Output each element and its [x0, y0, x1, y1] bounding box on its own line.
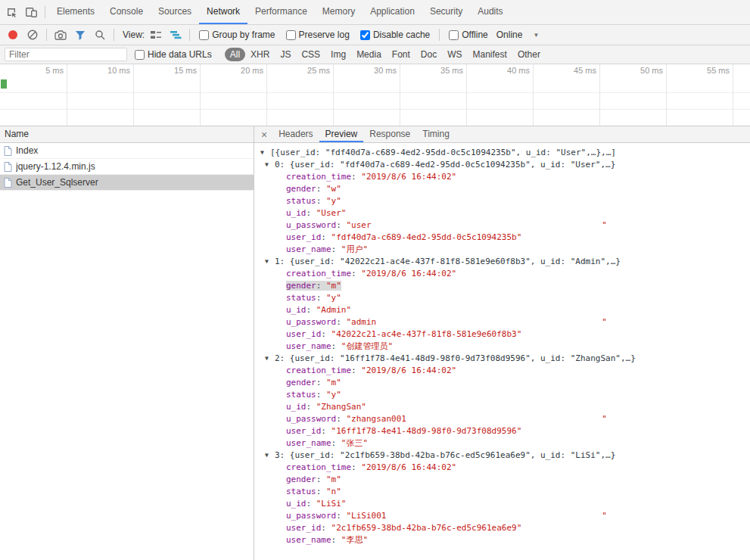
column-header-name[interactable]: Name — [0, 126, 254, 143]
clear-button[interactable] — [23, 26, 42, 44]
tree-property[interactable]: status: "y" — [254, 389, 750, 401]
tab-headers[interactable]: Headers — [272, 126, 319, 142]
filter-pill-ws[interactable]: WS — [442, 48, 467, 61]
filter-pill-img[interactable]: Img — [325, 48, 351, 61]
tree-property[interactable]: gender: "m" — [254, 280, 750, 292]
tree-property[interactable]: u_password: "LiSi001 " — [254, 510, 750, 522]
tab-timing[interactable]: Timing — [416, 126, 456, 142]
tree-item[interactable]: ▼2: {user_id: "16ff1f78-4e41-48d9-98f0-9… — [254, 353, 750, 365]
request-row[interactable]: jquery-1.12.4.min.js — [0, 159, 254, 175]
tab-response[interactable]: Response — [363, 126, 416, 142]
expand-triangle-icon[interactable]: ▼ — [260, 147, 270, 159]
show-overview-waterfall-icon[interactable] — [166, 26, 185, 44]
disable-cache-checkbox[interactable]: Disable cache — [360, 30, 430, 40]
screenshot-camera-icon[interactable] — [51, 26, 70, 44]
offline-input[interactable] — [449, 30, 459, 40]
timeline-gridline — [67, 64, 67, 126]
request-name: Index — [16, 145, 38, 156]
throttling-select[interactable]: Online ▼ — [496, 30, 540, 40]
tree-root[interactable]: ▼[{user_id: "fdf40d7a-c689-4ed2-95dd-0c5… — [254, 147, 750, 159]
expand-triangle-icon[interactable]: ▼ — [265, 159, 275, 171]
inspect-icon[interactable] — [2, 3, 21, 21]
filter-pill-xhr[interactable]: XHR — [245, 48, 275, 61]
property-separator: : — [336, 317, 346, 327]
tree-property[interactable]: status: "n" — [254, 486, 750, 498]
tree-property[interactable]: creation_time: "2019/8/6 16:44:02" — [254, 171, 750, 183]
filter-funnel-icon[interactable] — [70, 26, 90, 44]
tree-property[interactable]: user_name: "张三" — [254, 437, 750, 450]
expand-triangle-icon[interactable]: ▼ — [265, 450, 275, 462]
filter-pill-media[interactable]: Media — [351, 48, 387, 61]
tab-network[interactable]: Network — [199, 0, 247, 24]
tree-property[interactable]: user_id: "fdf40d7a-c689-4ed2-95dd-0c5c10… — [254, 232, 750, 244]
tab-elements[interactable]: Elements — [49, 0, 102, 24]
timeline-overview[interactable]: 5 ms10 ms15 ms20 ms25 ms30 ms35 ms40 ms4… — [0, 64, 750, 126]
filter-pill-all[interactable]: All — [225, 48, 245, 61]
record-button[interactable] — [3, 26, 23, 44]
preserve-log-checkbox[interactable]: Preserve log — [286, 30, 350, 40]
row-separator — [0, 92, 750, 93]
tab-application[interactable]: Application — [363, 0, 422, 24]
group-by-frame-input[interactable] — [199, 30, 209, 40]
tab-performance[interactable]: Performance — [247, 0, 315, 24]
tree-property[interactable]: u_password: "user " — [254, 219, 750, 232]
property-key: creation_time — [286, 462, 351, 472]
property-value: "m" — [326, 378, 341, 387]
device-toolbar-icon[interactable] — [21, 3, 41, 21]
timeline-tick-label: 45 ms — [551, 66, 596, 75]
property-separator: : — [351, 462, 361, 472]
tab-preview[interactable]: Preview — [319, 126, 364, 142]
filter-pill-font[interactable]: Font — [387, 48, 415, 61]
tree-property[interactable]: user_name: "李思" — [254, 534, 750, 546]
filter-pill-css[interactable]: CSS — [296, 48, 325, 61]
tree-property[interactable]: gender: "w" — [254, 183, 750, 195]
tree-property[interactable]: creation_time: "2019/8/6 16:44:02" — [254, 268, 750, 280]
filter-pill-manifest[interactable]: Manifest — [468, 48, 512, 61]
expand-triangle-icon[interactable]: ▼ — [265, 353, 275, 365]
tree-property[interactable]: user_id: "42022c21-ac4e-437f-81f8-581e9e… — [254, 328, 750, 341]
tab-sources[interactable]: Sources — [151, 0, 199, 24]
close-icon[interactable]: × — [256, 126, 272, 142]
tree-property[interactable]: user_id: "2c1fb659-38bd-42ba-b76c-ed5c96… — [254, 522, 750, 534]
tree-property[interactable]: user_id: "16ff1f78-4e41-48d9-98f0-9d73f0… — [254, 425, 750, 437]
filter-pill-js[interactable]: JS — [275, 48, 296, 61]
search-icon[interactable] — [90, 26, 110, 44]
tree-property[interactable]: user_name: "用户" — [254, 244, 750, 256]
tree-property[interactable]: status: "y" — [254, 292, 750, 304]
hide-data-urls-checkbox[interactable]: Hide data URLs — [135, 49, 212, 60]
filter-pill-doc[interactable]: Doc — [415, 48, 442, 61]
request-row[interactable]: Get_User_Sqlserver — [0, 175, 254, 191]
offline-checkbox[interactable]: Offline — [449, 30, 487, 40]
tree-item[interactable]: ▼3: {user_id: "2c1fb659-38bd-42ba-b76c-e… — [254, 450, 750, 462]
tree-item[interactable]: ▼0: {user_id: "fdf40d7a-c689-4ed2-95dd-0… — [254, 159, 750, 171]
tree-property[interactable]: status: "y" — [254, 195, 750, 207]
timeline-tick-label: 10 ms — [85, 66, 130, 75]
hide-data-urls-input[interactable] — [135, 50, 145, 60]
tab-audits[interactable]: Audits — [470, 0, 510, 24]
tree-property[interactable]: user_name: "创建管理员" — [254, 341, 750, 353]
tree-property[interactable]: u_id: "User" — [254, 207, 750, 219]
tab-memory[interactable]: Memory — [315, 0, 363, 24]
tree-property[interactable]: u_id: "LiSi" — [254, 498, 750, 510]
tree-property[interactable]: gender: "m" — [254, 377, 750, 389]
property-value: "w" — [326, 184, 341, 194]
tree-property[interactable]: u_password: "zhangsan001 " — [254, 413, 750, 425]
large-request-rows-icon[interactable] — [146, 26, 166, 44]
tree-property[interactable]: u_id: "Admin" — [254, 304, 750, 316]
tab-security[interactable]: Security — [422, 0, 470, 24]
tree-property[interactable]: u_password: "admin " — [254, 316, 750, 328]
tree-item[interactable]: ▼1: {user_id: "42022c21-ac4e-437f-81f8-5… — [254, 256, 750, 268]
tree-property[interactable]: creation_time: "2019/8/6 16:44:02" — [254, 365, 750, 377]
tree-property[interactable]: u_id: "ZhangSan" — [254, 401, 750, 413]
tree-property[interactable]: creation_time: "2019/8/6 16:44:02" — [254, 462, 750, 474]
group-by-frame-checkbox[interactable]: Group by frame — [199, 30, 275, 40]
disable-cache-input[interactable] — [360, 30, 370, 40]
filter-pill-other[interactable]: Other — [512, 48, 546, 61]
waterfall-bar[interactable] — [1, 79, 7, 89]
tab-console[interactable]: Console — [102, 0, 151, 24]
preserve-log-input[interactable] — [286, 30, 296, 40]
filter-input[interactable] — [5, 48, 127, 61]
tree-property[interactable]: gender: "m" — [254, 474, 750, 486]
expand-triangle-icon[interactable]: ▼ — [265, 256, 275, 268]
request-row[interactable]: Index — [0, 143, 254, 159]
